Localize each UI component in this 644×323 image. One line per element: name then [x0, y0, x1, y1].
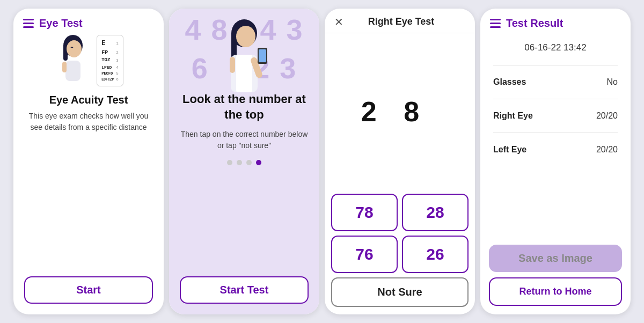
card-instructions: 4 84 3 62 3	[169, 9, 319, 314]
hamburger-icon[interactable]	[23, 19, 34, 28]
return-home-button[interactable]: Return to Home	[489, 277, 622, 306]
card-right-eye-test: ✕ Right Eye Test 2 8 78 28 76 26 Not Sur…	[325, 9, 475, 314]
card2-text-area: Look at the number at the top Then tap o…	[169, 92, 319, 271]
choice-76[interactable]: 76	[331, 236, 398, 273]
left-eye-row: Left Eye 20/20	[493, 145, 618, 155]
card3-header: ✕ Right Eye Test	[325, 9, 475, 33]
divider-2	[493, 99, 618, 99]
glasses-row: Glasses No	[493, 77, 618, 87]
card1-description: This eye exam checks how well you see de…	[24, 111, 153, 133]
choice-28[interactable]: 28	[402, 194, 469, 231]
start-button[interactable]: Start	[24, 276, 153, 304]
glasses-label: Glasses	[493, 77, 526, 87]
person-phone-illustration	[215, 18, 274, 98]
not-sure-button[interactable]: Not Sure	[331, 277, 469, 307]
dot-1[interactable]	[227, 160, 232, 165]
close-icon[interactable]: ✕	[334, 17, 343, 27]
card-test-result: Test Result 06-16-22 13:42 Glasses No Ri…	[480, 9, 631, 314]
dot-2[interactable]	[237, 160, 242, 165]
choice-26[interactable]: 26	[402, 236, 469, 273]
card-eye-test-home: Eye Test E1 FP2 TOZ3 LPED4 PECFD5 EDFCZP…	[13, 9, 164, 314]
card4-header-title: Test Result	[506, 17, 563, 30]
card1-footer: Start	[13, 268, 164, 314]
card2-bg: 4 84 3 62 3	[169, 9, 319, 314]
card1-app-title: Eye Test	[39, 17, 83, 30]
eye-chart: E1 FP2 TOZ3 LPED4 PECFD5 EDFCZP6	[97, 35, 123, 86]
card1-content: Eye Acuity Test This eye exam checks how…	[13, 89, 164, 268]
left-eye-label: Left Eye	[493, 145, 526, 155]
card2-main-title: Look at the number at the top	[180, 92, 309, 122]
svg-rect-4	[62, 62, 67, 72]
svg-rect-13	[230, 57, 235, 73]
start-test-button[interactable]: Start Test	[180, 276, 309, 304]
card4-header: Test Result	[480, 9, 631, 35]
card2-dots	[227, 160, 261, 165]
choice-78[interactable]: 78	[331, 194, 398, 231]
left-eye-value: 20/20	[596, 145, 618, 155]
right-eye-value: 20/20	[596, 111, 618, 121]
svg-rect-9	[236, 55, 252, 92]
svg-point-2	[67, 40, 82, 57]
glasses-value: No	[607, 77, 618, 87]
result-date: 06-16-22 13:42	[493, 42, 618, 53]
card1-hero: E1 FP2 TOZ3 LPED4 PECFD5 EDFCZP6	[13, 35, 164, 89]
card3-choices-grid: 78 28 76 26	[325, 189, 475, 277]
svg-rect-6	[231, 32, 237, 58]
dot-3[interactable]	[246, 160, 252, 165]
card3-number-display: 2 8	[325, 33, 475, 189]
card2-sub-text: Then tap on the correct number below or …	[180, 129, 309, 151]
card4-footer: Save as Image Return to Home	[480, 240, 631, 314]
save-image-button[interactable]: Save as Image	[489, 245, 622, 272]
card1-main-title: Eye Acuity Test	[24, 94, 153, 106]
person-illustration	[54, 35, 92, 86]
card2-illustration	[169, 9, 319, 92]
svg-rect-12	[259, 49, 266, 62]
card3-header-title: Right Eye Test	[350, 16, 465, 27]
card2-footer: Start Test	[169, 271, 319, 314]
dot-4-active[interactable]	[256, 160, 261, 165]
svg-rect-3	[65, 61, 80, 81]
card1-header: Eye Test	[13, 9, 164, 35]
card4-content: 06-16-22 13:42 Glasses No Right Eye 20/2…	[480, 35, 631, 240]
hamburger-icon-result[interactable]	[490, 19, 501, 28]
right-eye-label: Right Eye	[493, 111, 533, 121]
divider-1	[493, 65, 618, 65]
divider-3	[493, 133, 618, 133]
svg-point-7	[236, 26, 255, 47]
right-eye-row: Right Eye 20/20	[493, 111, 618, 121]
